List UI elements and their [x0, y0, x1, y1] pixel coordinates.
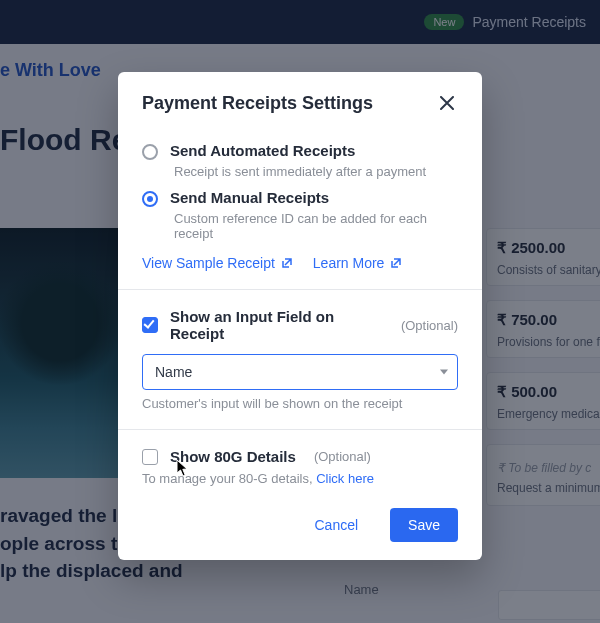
- manage-80g-link[interactable]: Click here: [316, 471, 374, 486]
- chevron-down-icon: [440, 370, 448, 375]
- help-text: To manage your 80-G details,: [142, 471, 316, 486]
- checkbox-icon: [142, 317, 158, 333]
- select-value: Name: [155, 364, 192, 380]
- radio-automated-receipts[interactable]: Send Automated Receipts: [142, 142, 458, 160]
- external-link-icon: [390, 257, 402, 269]
- checkbox-label: Show 80G Details: [170, 448, 296, 465]
- external-link-icon: [281, 257, 293, 269]
- save-button[interactable]: Save: [390, 508, 458, 542]
- link-label: View Sample Receipt: [142, 255, 275, 271]
- modal-header: Payment Receipts Settings: [118, 72, 482, 130]
- modal-title: Payment Receipts Settings: [142, 93, 373, 114]
- radio-subtext: Custom reference ID can be added for eac…: [174, 211, 458, 241]
- show-input-field-checkbox[interactable]: Show an Input Field on Receipt (Optional…: [142, 308, 458, 342]
- learn-more-link[interactable]: Learn More: [313, 255, 403, 271]
- radio-label: Send Manual Receipts: [170, 189, 329, 206]
- input-field-type-select[interactable]: Name: [142, 354, 458, 390]
- view-sample-receipt-link[interactable]: View Sample Receipt: [142, 255, 293, 271]
- eighty-g-section: Show 80G Details (Optional) To manage yo…: [118, 430, 482, 504]
- eighty-g-help: To manage your 80-G details, Click here: [142, 471, 458, 486]
- modal-links: View Sample Receipt Learn More: [142, 251, 458, 271]
- radio-subtext: Receipt is sent immediately after a paym…: [174, 164, 458, 179]
- link-label: Learn More: [313, 255, 385, 271]
- radio-icon: [142, 191, 158, 207]
- optional-tag: (Optional): [401, 318, 458, 333]
- payment-receipts-settings-modal: Payment Receipts Settings Send Automated…: [118, 72, 482, 560]
- input-field-help: Customer's input will be shown on the re…: [142, 396, 458, 411]
- radio-manual-receipts[interactable]: Send Manual Receipts: [142, 189, 458, 207]
- checkbox-icon: [142, 449, 158, 465]
- optional-tag: (Optional): [314, 449, 371, 464]
- modal-footer: Cancel Save: [118, 504, 482, 542]
- receipt-mode-section: Send Automated Receipts Receipt is sent …: [118, 130, 482, 289]
- cancel-button[interactable]: Cancel: [296, 508, 376, 542]
- radio-label: Send Automated Receipts: [170, 142, 355, 159]
- show-80g-checkbox[interactable]: Show 80G Details (Optional): [142, 448, 458, 465]
- checkbox-label: Show an Input Field on Receipt: [170, 308, 383, 342]
- close-icon[interactable]: [436, 92, 458, 114]
- radio-icon: [142, 144, 158, 160]
- input-field-section: Show an Input Field on Receipt (Optional…: [118, 290, 482, 429]
